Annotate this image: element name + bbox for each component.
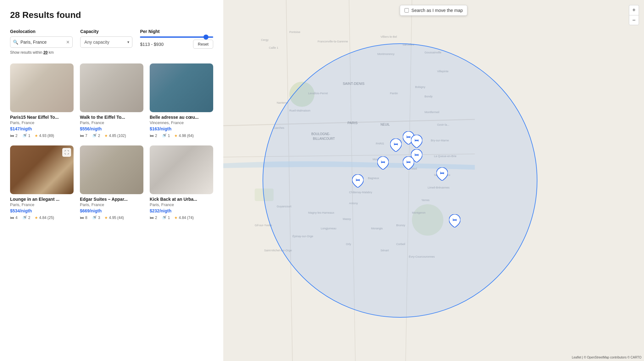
property-image-wrap [80, 63, 143, 112]
geolocation-input[interactable] [10, 36, 73, 48]
svg-text:Cergy: Cergy [261, 38, 269, 41]
property-grid: Paris15 Near Eiffel To... Paris, France … [10, 63, 213, 220]
baths-count: 1 [28, 134, 31, 138]
beds-count: 4 [15, 216, 18, 220]
property-price: $147/nigth [10, 126, 74, 131]
search-as-move-checkbox[interactable] [404, 8, 409, 13]
property-image [80, 145, 143, 194]
map-marker[interactable]: 🛏 [436, 167, 448, 181]
capacity-select[interactable]: Any capacity 1 2 3 4 5+ [80, 36, 132, 48]
property-card[interactable]: Edgar Suites – Appar... Paris, France $6… [80, 145, 143, 220]
bath-icon: 🚿 [162, 215, 167, 220]
map-marker[interactable]: 🛏 [411, 135, 422, 148]
search-as-move-control[interactable]: Search as I move the map [400, 5, 467, 16]
svg-text:Massy: Massy [343, 217, 351, 221]
price-range-slider[interactable] [140, 36, 213, 38]
reviews-count: (74) [187, 216, 194, 220]
property-card[interactable]: Paris15 Near Eiffel To... Paris, France … [10, 63, 74, 138]
marker-icon[interactable]: 🛏 [411, 135, 422, 148]
property-name: Paris15 Near Eiffel To... [10, 115, 74, 120]
svg-text:BILLANCOURT: BILLANCOURT [313, 137, 335, 140]
svg-text:PARIS: PARIS [376, 142, 384, 145]
beds-count: 2 [155, 216, 157, 220]
reviews-count: (102) [117, 134, 126, 138]
property-price: $534/nigth [10, 208, 74, 213]
property-card[interactable]: Belle adresse au cœu... Vincennes, Franc… [150, 63, 213, 138]
svg-text:Sarcelles: Sarcelles [402, 43, 414, 46]
reset-button[interactable]: Reset [193, 40, 213, 49]
svg-text:Rueil-Malmaison: Rueil-Malmaison [289, 109, 310, 112]
rating: ★ 4.84 (74) [174, 216, 194, 220]
svg-text:Orly: Orly [346, 243, 351, 246]
baths-meta: 🚿 3 [92, 215, 100, 220]
map-marker[interactable]: 🛏 [449, 214, 460, 227]
rating-value: 4.95 [109, 216, 116, 220]
svg-text:Villiers-le-Bel: Villiers-le-Bel [380, 35, 397, 38]
marker-icon[interactable]: 🛏 [377, 156, 389, 170]
marker-icon[interactable]: 🛏 [390, 139, 402, 152]
svg-text:🛏: 🛏 [406, 159, 411, 164]
property-card[interactable]: ⛶ Lounge in an Elegant ... Paris, France… [10, 145, 74, 220]
expand-icon[interactable]: ⛶ [62, 148, 71, 157]
zoom-in-button[interactable]: + [629, 5, 639, 15]
property-meta: 🛏 2 🚿 1 ★ 4.98 (64) [150, 133, 213, 138]
zoom-out-button[interactable]: − [629, 15, 639, 25]
right-panel: SAINT-DENIS BOULOGNE- BILLANCOURT PARIS … [223, 0, 644, 361]
property-image [150, 145, 213, 194]
map-marker[interactable]: 🛏 [390, 139, 402, 152]
svg-text:🛏: 🛏 [452, 217, 457, 222]
beds-count: 7 [85, 134, 87, 138]
svg-text:Morangis: Morangis [371, 227, 383, 230]
property-name: Kick Back at an Urba... [150, 197, 213, 202]
svg-text:Évry-Courcouronnes: Évry-Courcouronnes [409, 255, 435, 258]
svg-text:Longjumeau: Longjumeau [321, 227, 336, 230]
property-image [80, 63, 143, 112]
property-image [150, 63, 213, 112]
svg-text:🛏: 🛏 [406, 134, 411, 139]
reviews-count: (44) [117, 216, 124, 220]
bath-icon: 🚿 [92, 215, 97, 220]
svg-text:Levallois-Perret: Levallois-Perret [308, 92, 328, 95]
marker-icon[interactable]: 🛏 [449, 214, 460, 227]
property-image-wrap [150, 145, 213, 194]
svg-text:🛏: 🛏 [440, 170, 444, 175]
map-marker[interactable]: 🛏 [352, 174, 364, 188]
svg-text:Châtenay-Malabry: Châtenay-Malabry [349, 191, 372, 194]
svg-rect-0 [223, 0, 644, 361]
svg-text:🛏: 🛏 [394, 141, 398, 146]
svg-text:La Queue-en-Brie: La Queue-en-Brie [434, 155, 457, 158]
beds-meta: 🛏 2 [150, 133, 157, 138]
property-name: Belle adresse au cœu... [150, 115, 213, 120]
property-card[interactable]: Walk to the Eiffel To... Paris, France $… [80, 63, 143, 138]
map-marker[interactable]: 🛏 [403, 156, 414, 170]
property-info: Belle adresse au cœu... Vincennes, Franc… [150, 112, 213, 138]
per-night-filter: Per Night $113 - $930 Reset [140, 29, 213, 49]
rating: ★ 4.95 (44) [104, 216, 124, 220]
clear-geo-icon[interactable]: ✕ [66, 40, 70, 45]
beds-meta: 🛏 7 [80, 133, 87, 138]
baths-count: 1 [168, 216, 170, 220]
svg-text:Caille 1: Caille 1 [269, 46, 278, 49]
property-image [10, 63, 74, 112]
rating-value: 4.93 [39, 134, 46, 138]
marker-icon[interactable]: 🛏 [403, 156, 414, 170]
svg-text:NEUIL: NEUIL [380, 123, 390, 126]
property-price: $232/nigth [150, 208, 213, 213]
search-as-move-label[interactable]: Search as I move the map [411, 8, 463, 13]
geolocation-filter: Geolocation 🔍 ✕ Show results within 20 k… [10, 29, 73, 55]
property-meta: 🛏 8 🚿 3 ★ 4.95 (44) [80, 215, 143, 220]
map-marker[interactable]: 🛏 [377, 156, 389, 170]
bed-icon: 🛏 [80, 133, 84, 138]
map-container[interactable]: SAINT-DENIS BOULOGNE- BILLANCOURT PARIS … [223, 0, 644, 361]
marker-icon[interactable]: 🛏 [436, 167, 448, 181]
beds-meta: 🛏 2 [150, 215, 157, 220]
property-card[interactable]: Kick Back at an Urba... Paris, France $2… [150, 145, 213, 220]
beds-meta: 🛏 2 [10, 133, 18, 138]
svg-text:Garches: Garches [274, 126, 285, 129]
range-values: $113 - $930 [140, 42, 164, 47]
marker-icon[interactable]: 🛏 [352, 174, 364, 188]
svg-text:Sénart: Sénart [380, 249, 389, 252]
filters-row: Geolocation 🔍 ✕ Show results within 20 k… [10, 29, 213, 55]
svg-text:Bagneux: Bagneux [368, 177, 379, 180]
beds-count: 8 [85, 216, 87, 220]
